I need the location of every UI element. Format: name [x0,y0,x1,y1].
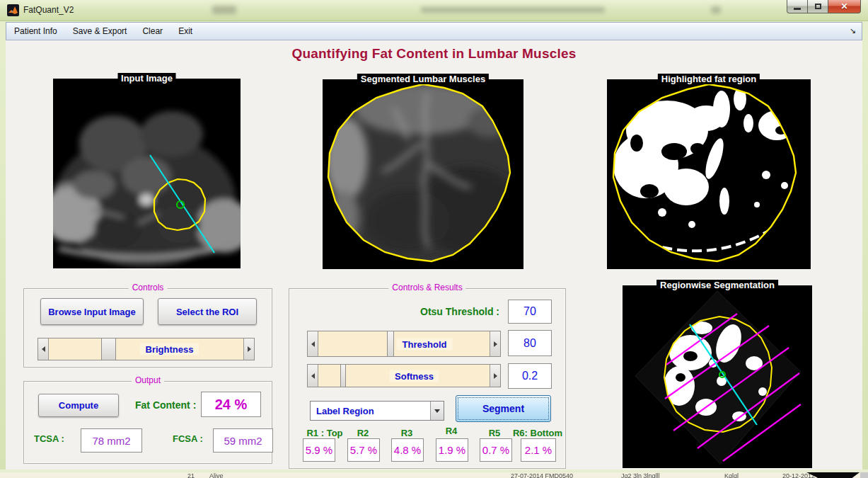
maximize-button[interactable] [808,0,828,13]
background-text-fragment: Kqlql [724,472,739,478]
page-title: Quantifying Fat Content in Lumbar Muscle… [6,46,862,62]
region-value-r2: 5.7 % [347,438,380,462]
region-label-r3: R3 [401,428,413,438]
background-window-strip: 21 Alive 27-07-2014 FMD0540 Jq2 3ln 3lnq… [0,472,868,478]
label-region-dropdown[interactable]: Label Region [310,401,444,421]
slider-left-arrow-icon[interactable] [308,331,318,356]
segmented-muscle-image [323,79,523,269]
glass-smudge [212,6,236,14]
minimize-button[interactable] [787,0,808,13]
background-text-fragment: 27-07-2014 FMD0540 [511,472,573,478]
glass-smudge [421,7,605,13]
controls-panel-label: Controls [129,283,168,292]
close-button[interactable]: ✕ [828,0,861,13]
maximize-icon [815,4,821,9]
segmented-title: Segmented Lumbar Muscles [357,74,489,84]
region-value-r3: 4.8 % [391,438,424,462]
brightness-slider-track[interactable]: Brightness [49,338,243,360]
region-value-r5: 0.7 % [480,438,512,462]
window-title: FatQuant_V2 [23,5,74,15]
controls-panel: Controls Browse Input Image Select the R… [23,288,272,368]
background-text-fragment: Alive [209,472,224,478]
input-image-panel: Input Image [53,79,241,268]
caption-buttons: ✕ [787,0,861,14]
region-label-r2: R2 [357,428,369,438]
slider-left-arrow-icon[interactable] [38,338,49,360]
matlab-app-icon [7,4,19,16]
menu-save-export[interactable]: Save & Export [65,23,135,39]
controls-results-label: Controls & Results [388,283,465,292]
regionwise-image [623,285,812,468]
region-value-r4: 1.9 % [436,438,468,462]
label-region-selected: Label Region [311,406,430,416]
softness-slider-label: Softness [389,370,439,382]
background-corner-shape [860,472,868,478]
background-text-fragment: 21 [187,472,195,478]
threshold-slider[interactable]: Threshold [307,331,501,357]
brightness-slider-label: Brightness [140,343,199,355]
fat-content-value: 24 % [201,392,261,417]
menu-bar: Patient Info Save & Export Clear Exit ↘ [6,22,862,40]
softness-slider-track[interactable]: Softness [318,365,490,387]
tcsa-label: TCSA : [34,433,64,444]
region-value-r6: 2.1 % [521,438,556,462]
input-mri-image [53,79,241,268]
fat-title: Highlighted fat region [658,74,760,84]
regionwise-title: Regionwise Segmentation [656,280,778,290]
slider-right-arrow-icon[interactable] [243,338,254,360]
compute-button[interactable]: Compute [38,394,119,417]
menu-exit[interactable]: Exit [170,23,200,39]
region-label-r4: R4 [446,426,458,436]
dock-arrow-icon[interactable]: ↘ [850,26,856,35]
menu-clear[interactable]: Clear [134,23,170,39]
minimize-icon [794,8,801,10]
input-image-title: Input Image [117,73,176,84]
softness-slider-thumb[interactable] [340,365,346,387]
threshold-slider-label: Threshold [397,338,453,350]
otsu-threshold-label: Otsu Threshold : [420,306,499,317]
softness-value[interactable]: 0.2 [508,363,552,389]
browse-input-image-button[interactable]: Browse Input Image [40,298,144,325]
slider-left-arrow-icon[interactable] [308,365,318,387]
fat-image-panel: Highlighted fat region [607,79,811,269]
output-panel: Output Compute Fat Content : 24 % TCSA :… [23,381,272,464]
background-text-fragment: Jq2 3ln 3lnqlll [621,472,660,478]
fat-binary-image [607,79,811,269]
region-label-r6: R6: Bottom [513,428,562,438]
close-icon: ✕ [840,1,847,11]
menu-patient-info[interactable]: Patient Info [6,23,65,39]
fat-content-label: Fat Content : [135,399,196,411]
region-label-r5: R5 [489,428,501,438]
segmented-image-panel: Segmented Lumbar Muscles [323,79,523,269]
threshold-slider-track[interactable]: Threshold [318,331,490,356]
regionwise-image-panel: Regionwise Segmentation [623,285,812,468]
slider-right-arrow-icon[interactable] [490,365,500,387]
fcsa-value: 59 mm2 [213,428,273,453]
threshold-slider-thumb[interactable] [387,331,394,356]
softness-slider[interactable]: Softness [307,364,501,387]
slider-right-arrow-icon[interactable] [490,331,500,356]
brightness-slider-thumb[interactable] [101,338,116,360]
threshold-value[interactable]: 80 [508,330,552,356]
otsu-threshold-value[interactable]: 70 [508,300,552,324]
glass-smudge [711,6,721,13]
fcsa-label: FCSA : [173,433,203,444]
region-value-r1: 5.9 % [303,438,335,462]
controls-results-panel: Controls & Results Otsu Threshold : 70 T… [289,288,566,469]
output-panel-label: Output [132,375,164,385]
title-bar[interactable]: FatQuant_V2 ✕ [0,0,868,21]
dropdown-arrow-icon[interactable] [430,402,444,420]
select-roi-button[interactable]: Select the ROI [158,298,257,325]
tcsa-value: 78 mm2 [81,428,142,453]
region-label-r1: R1 : Top [306,428,342,438]
brightness-slider[interactable]: Brightness [37,338,255,360]
application-window: FatQuant_V2 ✕ Patient Info Save & Export… [0,0,868,478]
segment-button[interactable]: Segment [456,395,551,422]
